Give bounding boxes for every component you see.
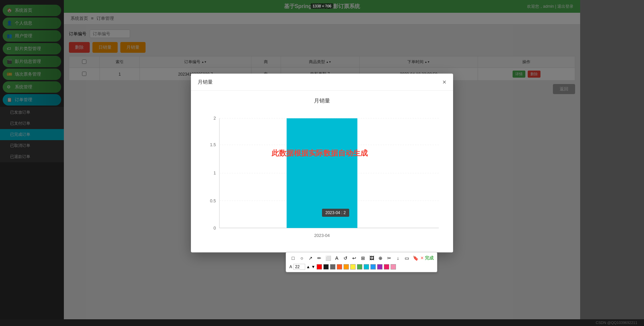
- crop-tool-icon[interactable]: ⊞: [359, 254, 367, 262]
- font-size-input[interactable]: [293, 264, 305, 270]
- color-gray[interactable]: [330, 264, 335, 270]
- chart-title: 月销量: [198, 97, 446, 105]
- chart-container: 2 1.5 1 0.5 0 2023-04: [198, 111, 446, 246]
- color-green[interactable]: [357, 264, 362, 270]
- svg-text:0.5: 0.5: [210, 199, 216, 203]
- color-deep-orange[interactable]: [337, 264, 342, 270]
- minus-tool-icon[interactable]: ▭: [403, 254, 410, 262]
- rect-tool-icon[interactable]: □: [289, 254, 297, 262]
- font-size-label: A: [289, 264, 292, 269]
- zoom-tool-icon[interactable]: ⊕: [377, 254, 384, 262]
- color-light-pink[interactable]: [391, 264, 396, 270]
- font-size-up[interactable]: ▲: [306, 264, 310, 269]
- font-size-select: ▲ ▼: [293, 264, 315, 270]
- color-red[interactable]: [317, 264, 322, 270]
- toolbar-cancel-button[interactable]: ×: [420, 255, 424, 261]
- color-black[interactable]: [323, 264, 329, 270]
- arrow-tool-icon[interactable]: ↗: [307, 254, 314, 262]
- pen-tool-icon[interactable]: ✏: [316, 254, 323, 262]
- svg-text:1: 1: [213, 171, 216, 175]
- image-tool-icon[interactable]: 🖼: [368, 254, 375, 262]
- color-orange[interactable]: [344, 264, 349, 270]
- dimension-indicator: 1338 × 706: [311, 3, 333, 9]
- modal-overlay[interactable]: 月销量 × 月销量 2 1.5: [0, 0, 644, 326]
- color-cyan[interactable]: [364, 264, 369, 270]
- color-pink[interactable]: [384, 264, 389, 270]
- fill-tool-icon[interactable]: ⬜: [324, 254, 332, 262]
- svg-text:2: 2: [213, 116, 216, 121]
- circle-tool-icon[interactable]: ○: [298, 254, 306, 262]
- modal-header-title: 月销量: [198, 79, 213, 85]
- annotation-toolbar: □ ○ ↗ ✏ ⬜ A ↺ ↩ ⊞ 🖼 ⊕ ✂ ↓ ▭ 🔖 × 完成 A ▲ ▼: [286, 252, 437, 272]
- text-tool-icon[interactable]: A: [333, 254, 340, 262]
- color-purple[interactable]: [377, 264, 383, 270]
- bar-2023-04[interactable]: [287, 118, 358, 228]
- undo-tool-icon[interactable]: ↩: [351, 254, 358, 262]
- chart-svg: 2 1.5 1 0.5 0 2023-04: [198, 111, 446, 246]
- svg-text:0: 0: [213, 226, 216, 231]
- modal-body: 月销量 2 1.5 1: [191, 91, 453, 252]
- bookmark-tool-icon[interactable]: 🔖: [412, 254, 419, 262]
- font-size-down[interactable]: ▼: [311, 264, 315, 269]
- download-tool-icon[interactable]: ↓: [394, 254, 402, 262]
- toolbar-finish-button[interactable]: 完成: [425, 255, 434, 261]
- modal-close-button[interactable]: ×: [442, 79, 446, 85]
- svg-text:2023-04: 2023-04: [314, 233, 330, 238]
- svg-text:1.5: 1.5: [210, 142, 216, 147]
- color-yellow[interactable]: [350, 264, 356, 270]
- cut-tool-icon[interactable]: ✂: [386, 254, 393, 262]
- modal: 月销量 × 月销量 2 1.5: [191, 74, 453, 252]
- color-blue[interactable]: [370, 264, 376, 270]
- modal-header: 月销量 ×: [191, 74, 453, 91]
- toolbar-icons-row: □ ○ ↗ ✏ ⬜ A ↺ ↩ ⊞ 🖼 ⊕ ✂ ↓ ▭ 🔖 × 完成: [289, 254, 434, 262]
- rotate-tool-icon[interactable]: ↺: [342, 254, 349, 262]
- toolbar-color-row: A ▲ ▼: [289, 264, 434, 270]
